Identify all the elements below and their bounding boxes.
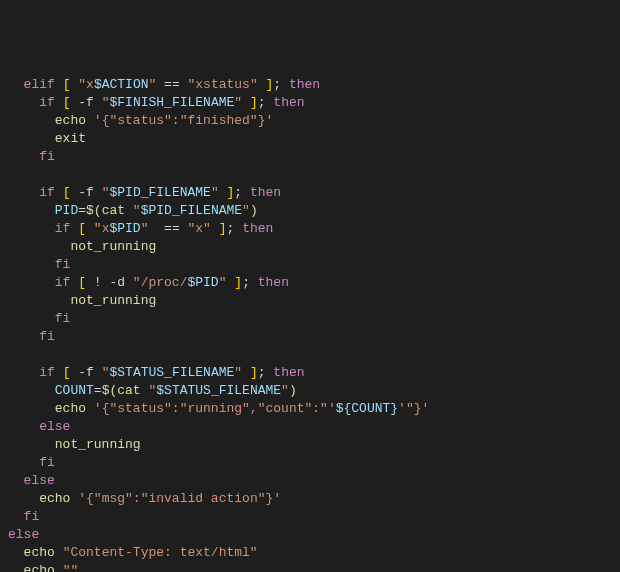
code-line: echo '{"status":"running","count":"'${CO… [8, 400, 612, 418]
code-line: echo '{"status":"finished"}' [8, 112, 612, 130]
code-line: else [8, 526, 612, 544]
code-line: echo '{"msg":"invalid action"}' [8, 490, 612, 508]
code-line: echo "Content-Type: text/html" [8, 544, 612, 562]
code-line: not_running [8, 436, 612, 454]
code-line: fi [8, 148, 612, 166]
code-line: fi [8, 256, 612, 274]
code-line: not_running [8, 292, 612, 310]
code-line: exit [8, 130, 612, 148]
code-line: if [ "x$PID" == "x" ]; then [8, 220, 612, 238]
code-line: fi [8, 508, 612, 526]
code-line: else [8, 472, 612, 490]
code-line: if [ -f "$STATUS_FILENAME" ]; then [8, 364, 612, 382]
code-line: elif [ "x$ACTION" == "xstatus" ]; then [8, 76, 612, 94]
code-line: not_running [8, 238, 612, 256]
code-line: if [ -f "$FINISH_FILENAME" ]; then [8, 94, 612, 112]
code-line: COUNT=$(cat "$STATUS_FILENAME") [8, 382, 612, 400]
code-line [8, 346, 612, 364]
code-line: else [8, 418, 612, 436]
code-line: PID=$(cat "$PID_FILENAME") [8, 202, 612, 220]
code-line [8, 166, 612, 184]
code-line: fi [8, 310, 612, 328]
code-line: if [ -f "$PID_FILENAME" ]; then [8, 184, 612, 202]
code-line: if [ ! -d "/proc/$PID" ]; then [8, 274, 612, 292]
code-block: elif [ "x$ACTION" == "xstatus" ]; then i… [8, 76, 612, 572]
code-line: fi [8, 328, 612, 346]
code-line: fi [8, 454, 612, 472]
code-line: echo "" [8, 562, 612, 572]
